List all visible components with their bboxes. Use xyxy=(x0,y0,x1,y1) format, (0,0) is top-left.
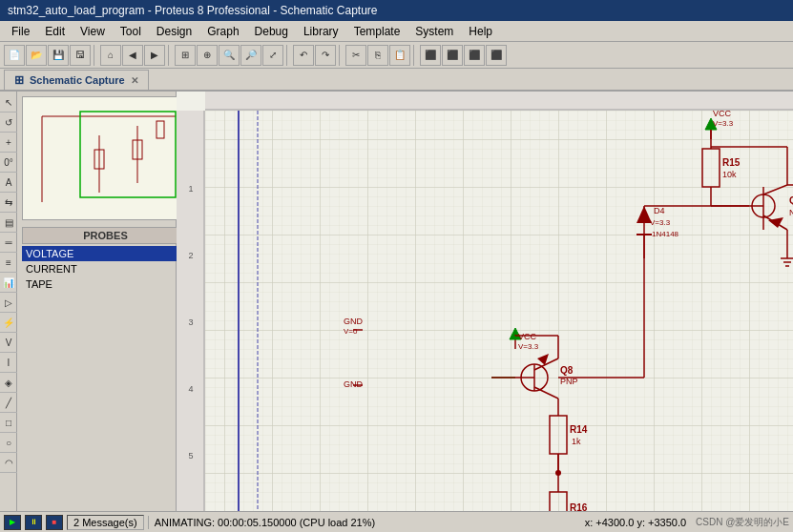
save-button[interactable]: 💾 xyxy=(48,45,69,66)
svg-text:VCC: VCC xyxy=(518,332,537,341)
svg-text:V=3.3: V=3.3 xyxy=(518,342,539,351)
forward-button[interactable]: ▶ xyxy=(144,45,165,66)
svg-text:V=3.3: V=3.3 xyxy=(713,119,734,128)
save-all-button[interactable]: 🖫 xyxy=(70,45,91,66)
stop-button[interactable]: ■ xyxy=(46,515,63,530)
junction-tool[interactable]: + xyxy=(0,133,17,153)
svg-text:GND: GND xyxy=(344,379,364,389)
menu-graph[interactable]: Graph xyxy=(199,23,246,40)
status-message: 2 Message(s) xyxy=(67,515,144,530)
probe-current[interactable]: CURRENT xyxy=(22,261,189,276)
home-button[interactable]: ⌂ xyxy=(100,45,121,66)
probe-tape[interactable]: TAPE xyxy=(22,276,189,292)
new-button[interactable]: 📄 xyxy=(4,45,25,66)
probe-section: PROBES VOLTAGE CURRENT TAPE xyxy=(17,225,194,294)
svg-text:R14: R14 xyxy=(570,424,588,435)
device-pin-tool[interactable]: ≡ xyxy=(0,254,17,273)
tab-label: Schematic Capture xyxy=(30,74,125,86)
paste-button[interactable]: 📋 xyxy=(389,45,410,66)
menu-tool[interactable]: Tool xyxy=(113,23,149,40)
voltage-probe-tool[interactable]: V xyxy=(0,334,17,353)
tab-bar: ⊞ Schematic Capture ✕ xyxy=(0,69,793,92)
probes-title: PROBES xyxy=(22,227,189,244)
separator3 xyxy=(286,45,290,66)
2d-arc-tool[interactable]: ◠ xyxy=(0,454,17,473)
grid-button[interactable]: ⊞ xyxy=(175,45,196,66)
svg-text:GND: GND xyxy=(344,317,364,326)
menu-debug[interactable]: Debug xyxy=(247,23,296,40)
2d-line-tool[interactable]: ╱ xyxy=(0,394,17,413)
select-tool[interactable]: ↖ xyxy=(0,93,17,113)
back-button[interactable]: ◀ xyxy=(122,45,143,66)
svg-text:Q7: Q7 xyxy=(789,195,793,206)
svg-text:D4: D4 xyxy=(654,206,665,215)
schematic-area[interactable]: 1 2 3 4 5 xyxy=(177,92,793,511)
svg-text:Q8: Q8 xyxy=(560,365,574,376)
menu-edit[interactable]: Edit xyxy=(37,23,73,40)
tab-close-button[interactable]: ✕ xyxy=(131,75,138,86)
2d-box-tool[interactable]: □ xyxy=(0,414,17,433)
watermark: CSDN @爱发明的小E xyxy=(696,516,789,529)
zoom-fit-button[interactable]: ⤢ xyxy=(262,45,283,66)
separator5 xyxy=(413,45,417,66)
svg-text:10k: 10k xyxy=(722,170,737,179)
svg-text:R16: R16 xyxy=(570,502,588,511)
menu-design[interactable]: Design xyxy=(149,23,199,40)
menu-template[interactable]: Template xyxy=(346,23,408,40)
terminal-tool[interactable]: ═ xyxy=(0,234,17,253)
pause-button[interactable]: ⏸ xyxy=(25,515,42,530)
svg-text:R15: R15 xyxy=(722,157,741,168)
subcircuit-tool[interactable]: ▤ xyxy=(0,214,17,233)
separator1 xyxy=(94,45,97,66)
2d-circle-tool[interactable]: ○ xyxy=(0,434,17,453)
menu-bar: File Edit View Tool Design Graph Debug L… xyxy=(0,21,793,42)
component-tool[interactable]: ↺ xyxy=(0,113,17,133)
align-right-button[interactable]: ⬛ xyxy=(464,45,485,66)
virtual-instruments[interactable]: ◈ xyxy=(0,374,17,393)
status-animation: ANIMATING: 00:00:05.150000 (CPU load 21%… xyxy=(148,516,575,529)
probe-voltage[interactable]: VOLTAGE xyxy=(22,246,189,261)
zoom-in-button[interactable]: 🔍 xyxy=(219,45,240,66)
toolbar: 📄 📂 💾 🖫 ⌂ ◀ ▶ ⊞ ⊕ 🔍 🔎 ⤢ ↶ ↷ ✂ ⎘ 📋 ⬛ ⬛ ⬛ … xyxy=(0,42,793,69)
svg-rect-19 xyxy=(205,111,793,511)
svg-text:1N4148: 1N4148 xyxy=(652,230,679,238)
status-controls: ▶ ⏸ ■ xyxy=(4,515,63,530)
open-button[interactable]: 📂 xyxy=(26,45,47,66)
align-left-button[interactable]: ⬛ xyxy=(420,45,441,66)
svg-rect-0 xyxy=(23,97,189,220)
label-tool[interactable]: 0° xyxy=(0,153,17,173)
status-bar: ▶ ⏸ ■ 2 Message(s) ANIMATING: 00:00:05.1… xyxy=(0,511,793,532)
main-area: ↖ ↺ + 0° A ⇆ ▤ ═ ≡ 📊 ▷ ⚡ V I ◈ ╱ □ ○ ◠ xyxy=(0,92,793,511)
tape-tool[interactable]: ▷ xyxy=(0,294,17,313)
bus-tool[interactable]: ⇆ xyxy=(0,194,17,213)
svg-text:VCC: VCC xyxy=(713,109,732,118)
align-center-button[interactable]: ⬛ xyxy=(442,45,463,66)
text-tool[interactable]: A xyxy=(0,174,17,193)
distribute-h-button[interactable]: ⬛ xyxy=(486,45,507,66)
separator4 xyxy=(339,45,343,66)
copy-button[interactable]: ⎘ xyxy=(367,45,388,66)
menu-view[interactable]: View xyxy=(73,23,113,40)
menu-library[interactable]: Library xyxy=(296,23,346,40)
left-toolstrip: ↖ ↺ + 0° A ⇆ ▤ ═ ≡ 📊 ▷ ⚡ V I ◈ ╱ □ ○ ◠ xyxy=(0,92,17,511)
play-button[interactable]: ▶ xyxy=(4,515,21,530)
cut-button[interactable]: ✂ xyxy=(345,45,366,66)
menu-file[interactable]: File xyxy=(4,23,37,40)
schematic-svg: VCC V=3.3 R15 10k Q7 NPN R13 1k xyxy=(177,92,793,511)
left-panel: ↖ ↺ + 0° A ⇆ ▤ ═ ≡ 📊 ▷ ⚡ V I ◈ ╱ □ ○ ◠ xyxy=(0,92,177,511)
menu-help[interactable]: Help xyxy=(461,23,500,40)
svg-text:V=3.3: V=3.3 xyxy=(650,218,671,227)
current-probe-tool[interactable]: I xyxy=(0,354,17,373)
mini-map[interactable] xyxy=(22,96,189,220)
menu-system[interactable]: System xyxy=(407,23,461,40)
origin-button[interactable]: ⊕ xyxy=(197,45,218,66)
generator-tool[interactable]: ⚡ xyxy=(0,314,17,333)
zoom-out-button[interactable]: 🔎 xyxy=(240,45,261,66)
svg-text:V=0: V=0 xyxy=(344,327,358,336)
title-text: stm32_auto_load_program - Proteus 8 Prof… xyxy=(8,4,378,17)
redo-button[interactable]: ↷ xyxy=(315,45,336,66)
status-coordinates: x: +4300.0 y: +3350.0 xyxy=(579,516,692,529)
tab-schematic[interactable]: ⊞ Schematic Capture ✕ xyxy=(4,70,149,90)
undo-button[interactable]: ↶ xyxy=(293,45,314,66)
graph-tool[interactable]: 📊 xyxy=(0,274,17,293)
